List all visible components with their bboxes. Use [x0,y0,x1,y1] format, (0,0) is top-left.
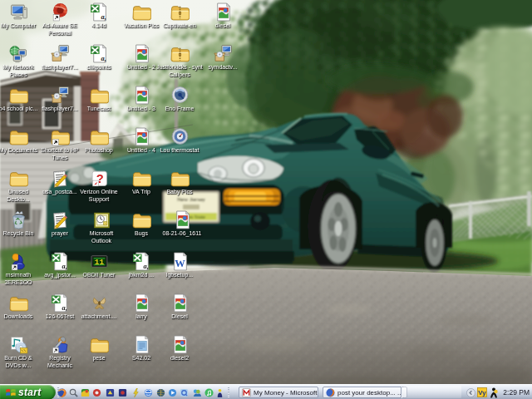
svg-text:a,: a, [101,55,106,62]
svg-text:11: 11 [94,258,104,267]
svg-text:a,: a, [143,263,148,270]
svg-text:a,: a, [101,13,106,21]
svg-text:W: W [175,258,185,269]
svg-text:a,: a, [62,304,66,312]
svg-text:Vy: Vy [479,389,487,397]
svg-text:a,: a, [62,263,66,270]
svg-text:New Jersey: New Jersey [177,196,206,203]
